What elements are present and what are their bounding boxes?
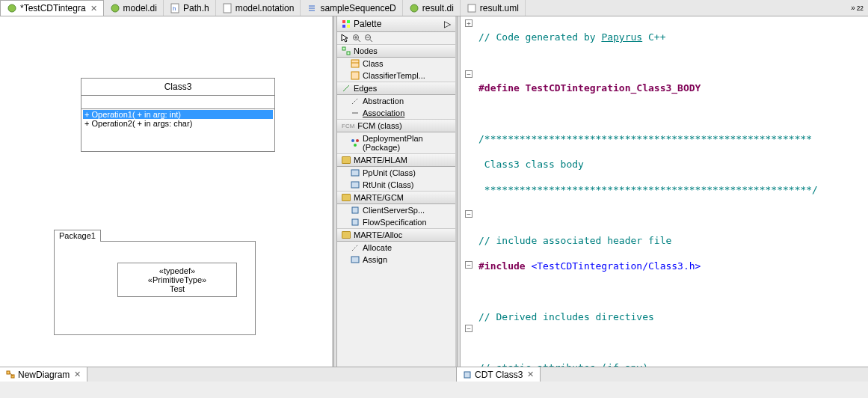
svg-point-0: [8, 4, 16, 12]
model-icon: [110, 3, 120, 13]
palette-item-allocate[interactable]: Allocate: [337, 242, 455, 254]
tab-label: NewDiagram: [18, 370, 70, 380]
svg-point-31: [354, 144, 357, 147]
operation-1[interactable]: + Operation1( + in arg: int): [83, 110, 273, 119]
tab-label: sampleSequenceD: [320, 3, 395, 13]
folder-icon: [342, 156, 351, 164]
svg-rect-22: [347, 52, 350, 55]
tab-sampleseq[interactable]: sampleSequenceD: [301, 0, 402, 16]
class-name[interactable]: Class3: [81, 79, 274, 96]
code-editor[interactable]: + − − − − // Code generated by Papyrus C…: [461, 16, 868, 367]
nodes-icon: [342, 46, 351, 55]
svg-rect-11: [347, 20, 350, 23]
palette-item-association[interactable]: Association: [337, 107, 455, 119]
header-icon: h: [170, 3, 180, 13]
palette-header[interactable]: Palette ▷: [337, 16, 455, 32]
editor-tab-bar: *TestCDTintegra ✕ model.di h Path.h mode…: [0, 0, 868, 16]
svg-rect-12: [342, 25, 345, 28]
uml-class-class3[interactable]: Class3 + Operation1( + in arg: int) + Op…: [81, 78, 275, 152]
tab-result-uml[interactable]: result.uml: [461, 0, 526, 16]
stereotype-2: «PrimitiveType»: [130, 275, 224, 284]
package-name[interactable]: Package1: [54, 230, 101, 242]
cdt-icon: [463, 370, 472, 379]
assign-icon: [351, 255, 360, 264]
zoom-out-icon[interactable]: [364, 34, 373, 43]
palette-item-classifier[interactable]: ClassifierTempl...: [337, 70, 455, 82]
allocate-icon: [351, 243, 360, 252]
tab-testcdt[interactable]: *TestCDTintegra ✕: [0, 0, 104, 16]
model-icon: [409, 3, 419, 13]
svg-line-15: [358, 40, 360, 42]
svg-point-29: [351, 139, 354, 142]
palette-item-rtunit[interactable]: RtUnit (Class): [337, 179, 455, 191]
zoom-in-icon[interactable]: [352, 34, 361, 43]
palette: Palette ▷ Nodes Class ClassifierTempl...…: [337, 16, 457, 367]
class-attributes[interactable]: [81, 96, 274, 109]
palette-item-assign[interactable]: Assign: [337, 254, 455, 266]
palette-item-class[interactable]: Class: [337, 58, 455, 70]
drawer-nodes[interactable]: Nodes: [337, 44, 455, 58]
close-icon[interactable]: ✕: [90, 4, 97, 13]
fold-minus-icon[interactable]: −: [465, 210, 473, 218]
svg-rect-33: [351, 182, 359, 188]
class-operations: + Operation1( + in arg: int) + Operation…: [81, 109, 274, 129]
component-icon: [351, 206, 360, 215]
drawer-hlam[interactable]: MARTE/HLAM: [337, 153, 455, 167]
tab-label: CDT Class3: [475, 370, 523, 380]
svg-point-1: [111, 4, 119, 12]
bottom-tab-cdt[interactable]: CDT Class3 ✕: [457, 367, 541, 382]
triangle-right-icon[interactable]: ▷: [444, 19, 451, 29]
svg-line-36: [352, 245, 358, 251]
stereotype-1: «typedef»: [130, 266, 224, 275]
uml-datatype[interactable]: «typedef» «PrimitiveType» Test: [117, 263, 237, 297]
close-icon[interactable]: ✕: [527, 370, 534, 379]
classifier-icon: [351, 71, 360, 80]
select-tool-icon[interactable]: [340, 34, 349, 43]
svg-rect-37: [351, 257, 359, 263]
tab-label: result.di: [422, 3, 454, 13]
svg-rect-25: [351, 72, 359, 79]
tab-label: Path.h: [183, 3, 209, 13]
drawer-edges[interactable]: Edges: [337, 82, 455, 95]
svg-rect-23: [351, 60, 359, 67]
tab-label: *TestCDTintegra: [20, 3, 86, 13]
fold-plus-icon[interactable]: +: [465, 19, 473, 27]
diagram-editor[interactable]: Class3 + Operation1( + in arg: int) + Op…: [0, 16, 333, 367]
list-icon: [307, 3, 317, 13]
svg-rect-41: [464, 372, 470, 378]
model-icon: [7, 3, 17, 13]
folder-icon: [342, 231, 351, 239]
class-icon: [351, 168, 360, 177]
palette-icon: [342, 19, 351, 28]
uml-package[interactable]: Package1 «typedef» «PrimitiveType» Test: [54, 241, 256, 335]
operation-2[interactable]: + Operation2( + in args: char): [83, 119, 273, 128]
svg-line-26: [343, 85, 349, 91]
drawer-alloc[interactable]: MARTE/Alloc: [337, 228, 455, 242]
bottom-tab-newdiagram[interactable]: NewDiagram ✕: [0, 367, 87, 382]
palette-item-abstraction[interactable]: Abstraction: [337, 95, 455, 107]
fold-minus-icon[interactable]: −: [465, 261, 473, 269]
fold-minus-icon[interactable]: −: [465, 70, 473, 78]
palette-item-flowspec[interactable]: FlowSpecification: [337, 216, 455, 228]
close-icon[interactable]: ✕: [74, 370, 81, 379]
svg-rect-32: [351, 170, 359, 176]
fold-minus-icon[interactable]: −: [465, 325, 473, 332]
component-icon: [351, 218, 360, 227]
tab-model-di[interactable]: model.di: [104, 0, 164, 16]
notation-icon: [222, 3, 233, 13]
palette-item-ppunit[interactable]: PpUnit (Class): [337, 167, 455, 179]
svg-rect-38: [7, 371, 10, 374]
chevron-icon: »: [851, 4, 855, 12]
palette-item-clientserver[interactable]: ClientServerSp...: [337, 204, 455, 216]
edges-icon: [342, 84, 351, 93]
code-content[interactable]: // Code generated by Papyrus C++ #define…: [461, 16, 868, 367]
tab-notation[interactable]: model.notation: [216, 0, 301, 16]
drawer-fcm[interactable]: FCMFCM (class): [337, 119, 455, 132]
svg-rect-21: [342, 47, 345, 50]
svg-rect-4: [224, 4, 231, 13]
tab-path-h[interactable]: h Path.h: [164, 0, 216, 16]
palette-item-deployment[interactable]: DeploymentPlan (Package): [337, 132, 455, 153]
tab-overflow[interactable]: »22: [846, 0, 868, 16]
tab-result-di[interactable]: result.di: [403, 0, 461, 16]
drawer-gcm[interactable]: MARTE/GCM: [337, 191, 455, 204]
